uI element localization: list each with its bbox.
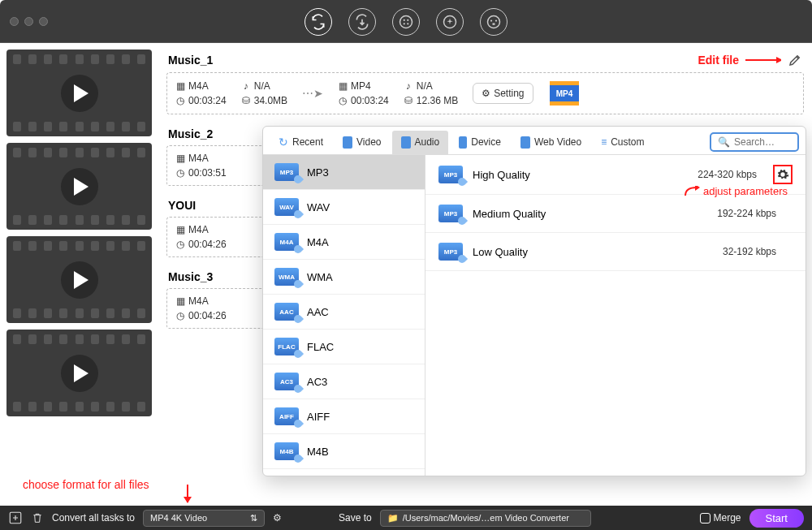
file-thumb-4[interactable] — [6, 330, 152, 416]
convert-format-value: MP4 4K Video — [150, 513, 207, 523]
sliders-icon: ≡ — [601, 136, 607, 148]
save-path-field[interactable]: 📁 /Users/mac/Movies/…em Video Converter — [380, 510, 591, 527]
mode-record-icon[interactable] — [480, 8, 508, 36]
preset-bitrate: 192-224 kbps — [717, 208, 776, 219]
svg-point-1 — [404, 19, 405, 20]
merge-checkbox[interactable]: Merge — [700, 512, 741, 524]
adjust-parameters-annotation: adjust parameters — [684, 185, 788, 197]
format-item-wma[interactable]: WMAWMA — [263, 260, 425, 295]
file-thumb-3[interactable] — [6, 236, 152, 323]
add-file-button[interactable] — [8, 511, 23, 525]
format-item-flac[interactable]: FLACFLAC — [263, 330, 425, 364]
preset-low[interactable]: MP3 Low Quality 32-192 kbps — [425, 233, 806, 271]
arrow-down-icon — [187, 485, 188, 502]
out-audio: N/A — [417, 80, 433, 92]
out-duration: 00:03:24 — [351, 95, 389, 106]
src-duration: 00:03:24 — [188, 95, 227, 106]
search-input[interactable]: 🔍 — [710, 132, 799, 152]
format-badge: M4B — [274, 442, 299, 460]
window-max-dot[interactable] — [39, 17, 48, 26]
tab-label: Recent — [292, 136, 323, 148]
svg-point-0 — [400, 15, 412, 28]
mode-edit-icon[interactable] — [392, 8, 420, 36]
audio-icon: ♪ — [404, 81, 413, 91]
format-item-aiff[interactable]: AIFFAIFF — [263, 399, 425, 434]
format-badge: AC3 — [274, 373, 299, 390]
format-item-ac3[interactable]: AC3AC3 — [263, 364, 425, 399]
format-badge: WAV — [274, 198, 299, 216]
tab-video[interactable]: Video — [334, 131, 390, 154]
tab-audio[interactable]: Audio — [392, 131, 449, 154]
window-close-dot[interactable] — [10, 17, 19, 26]
play-icon — [61, 168, 98, 205]
choose-format-label: choose format for all files — [23, 478, 149, 491]
preset-settings-button[interactable] — [773, 165, 793, 184]
format-item-m4b[interactable]: M4BM4B — [263, 434, 425, 469]
start-label: Start — [766, 512, 788, 524]
format-item-wav[interactable]: WAVWAV — [263, 190, 425, 225]
tab-label: Custom — [611, 136, 644, 148]
svg-point-6 — [488, 15, 500, 28]
setting-label: Setting — [494, 88, 524, 99]
delete-button[interactable] — [31, 511, 44, 524]
mode-download-icon[interactable] — [348, 8, 376, 36]
format-item-m4a[interactable]: M4AM4A — [263, 225, 425, 260]
pencil-icon[interactable] — [788, 53, 802, 67]
clock-icon: ◷ — [338, 96, 348, 106]
svg-point-4 — [407, 23, 408, 24]
format-label: WAV — [307, 201, 330, 213]
out-size: 12.36 MB — [417, 95, 458, 106]
tab-web[interactable]: Web Video — [512, 131, 590, 154]
file-row-1: Music_1 Edit file ▦M4A ◷00:03:24 ♪N/A ⛁3… — [166, 50, 804, 114]
format-badge: AIFF — [274, 407, 299, 425]
mode-convert-icon[interactable] — [304, 8, 332, 36]
file-thumb-1[interactable] — [6, 50, 152, 136]
popup-tabbar: Recent Video Audio Device Web Video ≡Cus… — [263, 127, 806, 155]
format-item-mp3[interactable]: MP3MP3 — [263, 155, 425, 190]
convert-all-label: Convert all tasks to — [52, 512, 135, 524]
src-format: M4A — [188, 153, 209, 164]
tab-device[interactable]: Device — [450, 131, 510, 154]
out-format: MP4 — [351, 80, 371, 92]
start-button[interactable]: Start — [749, 509, 804, 528]
file-name: Music_2 — [168, 127, 213, 140]
file-info-band: ▦M4A ◷00:03:24 ♪N/A ⛁34.0MB ⋯➤ ▦MP4 ◷00:… — [166, 72, 804, 114]
format-badge: M4A — [274, 233, 299, 251]
window-min-dot[interactable] — [24, 17, 33, 26]
file-name: YOUI — [168, 199, 196, 212]
svg-point-7 — [490, 19, 492, 21]
preset-bitrate: 32-192 kbps — [723, 246, 776, 257]
preset-list: MP3 High Quality 224-320 kbps MP3 Medium… — [425, 155, 806, 476]
src-format: M4A — [188, 224, 209, 235]
arrow-curve-icon — [684, 186, 700, 197]
src-duration: 00:04:26 — [188, 239, 227, 250]
gear-icon — [776, 168, 789, 181]
folder-icon: 📁 — [387, 513, 399, 524]
device-icon — [459, 136, 467, 149]
play-icon — [61, 355, 98, 392]
src-format: M4A — [188, 295, 209, 307]
format-badge: WMA — [274, 268, 299, 286]
play-icon — [61, 261, 98, 299]
file-thumb-2[interactable] — [6, 143, 152, 230]
edit-file-label: Edit file — [698, 54, 739, 67]
clock-icon: ◷ — [175, 96, 185, 106]
format-item-aac[interactable]: AACAAC — [263, 295, 425, 330]
tab-label: Web Video — [534, 136, 581, 148]
convert-format-dropdown[interactable]: MP4 4K Video ⇅ — [143, 510, 265, 527]
tab-label: Video — [356, 136, 381, 148]
preset-medium[interactable]: MP3 Medium Quality 192-224 kbps — [425, 195, 806, 233]
setting-button[interactable]: ⚙ Setting — [473, 83, 533, 104]
output-format-icon[interactable]: MP4 — [548, 80, 581, 107]
tab-custom[interactable]: ≡Custom — [592, 131, 653, 153]
thumbnail-column — [0, 43, 158, 506]
format-badge: MP3 — [438, 205, 463, 222]
merge-label: Merge — [714, 512, 741, 524]
convert-settings-button[interactable]: ⚙ — [273, 512, 282, 524]
arrow-right-icon — [745, 56, 781, 64]
search-field[interactable] — [734, 136, 791, 148]
tab-recent[interactable]: Recent — [270, 130, 332, 154]
svg-rect-14 — [550, 101, 579, 106]
mode-fx-icon[interactable] — [436, 8, 464, 36]
clock-icon: ◷ — [175, 239, 185, 249]
